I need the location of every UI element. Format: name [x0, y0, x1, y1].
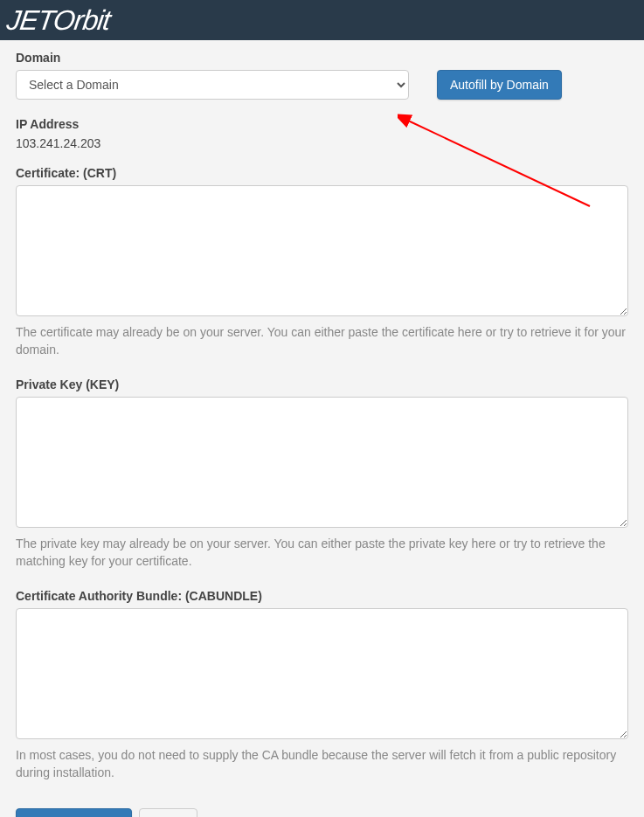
- install-certificate-button[interactable]: Install Certificate: [16, 808, 132, 817]
- private-key-textarea[interactable]: [16, 397, 628, 528]
- domain-row: Domain Select a Domain Autofill by Domai…: [16, 51, 628, 100]
- crt-help-text: The certificate may already be on your s…: [16, 324, 628, 358]
- ip-group: IP Address 103.241.24.203: [16, 117, 628, 150]
- cabundle-group: Certificate Authority Bundle: (CABUNDLE)…: [16, 589, 628, 781]
- cabundle-label: Certificate Authority Bundle: (CABUNDLE): [16, 589, 628, 603]
- autofill-by-domain-button[interactable]: Autofill by Domain: [437, 70, 562, 100]
- ip-address-value: 103.241.24.203: [16, 136, 628, 150]
- domain-label: Domain: [16, 51, 409, 65]
- cabundle-textarea[interactable]: [16, 608, 628, 739]
- key-group: Private Key (KEY) The private key may al…: [16, 377, 628, 570]
- logo-text: JETOrbit: [4, 4, 112, 37]
- crt-label: Certificate: (CRT): [16, 166, 628, 180]
- domain-group: Domain Select a Domain: [16, 51, 409, 100]
- crt-group: Certificate: (CRT) The certificate may a…: [16, 166, 628, 358]
- button-row: Install Certificate Reset: [16, 808, 628, 817]
- autofill-wrap: Autofill by Domain: [437, 51, 562, 100]
- domain-select[interactable]: Select a Domain: [16, 70, 409, 100]
- certificate-crt-textarea[interactable]: [16, 185, 628, 316]
- logo: JETOrbit: [7, 4, 110, 37]
- top-bar: JETOrbit: [0, 0, 644, 40]
- reset-button[interactable]: Reset: [139, 808, 197, 817]
- cabundle-help-text: In most cases, you do not need to supply…: [16, 747, 628, 781]
- key-help-text: The private key may already be on your s…: [16, 536, 628, 570]
- form-content: Domain Select a Domain Autofill by Domai…: [0, 40, 644, 817]
- ip-address-label: IP Address: [16, 117, 628, 131]
- key-label: Private Key (KEY): [16, 377, 628, 391]
